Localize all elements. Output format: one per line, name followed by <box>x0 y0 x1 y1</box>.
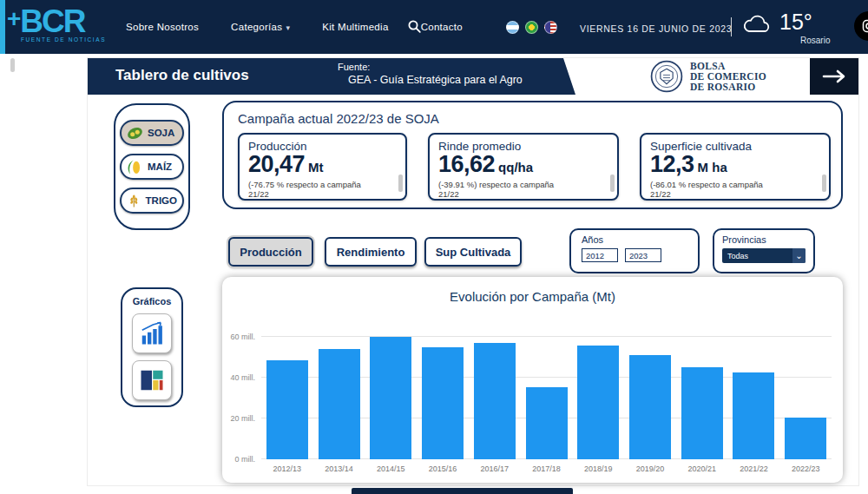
metric-button-rendimiento[interactable]: Rendimiento <box>325 237 417 267</box>
graficos-panel: Gráficos <box>121 287 183 407</box>
brand-text: BOLSA DE COMERCIO DE ROSARIO <box>690 61 766 92</box>
source-value: GEA - Guía Estratégica para el Agro <box>348 74 523 86</box>
kpi-unit: Mt <box>308 160 324 175</box>
language-flags <box>506 21 557 34</box>
x-tick-label: 2013/14 <box>313 464 365 473</box>
instagram-icon[interactable] <box>854 11 868 41</box>
wheat-icon <box>127 193 141 209</box>
x-tick-label: 2016/17 <box>469 464 521 473</box>
dashboard-header: Tablero de cultivos Fuente: GEA - Guía E… <box>88 58 858 95</box>
usa-flag-icon[interactable] <box>544 21 557 34</box>
y-tick-label: 20 mill. <box>230 414 255 423</box>
nav-link-kit-multimedia[interactable]: Kit Multimedia <box>322 22 388 32</box>
crop-button-soja[interactable]: SOJA <box>120 120 184 146</box>
x-tick-label: 2020/21 <box>676 464 728 473</box>
chevron-down-icon: ▾ <box>286 23 290 32</box>
evolution-chart-panel: Evolución por Campaña (Mt) 0 mill.20 mil… <box>222 277 843 483</box>
chart-bar[interactable] <box>370 337 411 459</box>
kpi-card-superficie: Superficie cultivada 12,3M ha (-86.01 % … <box>640 133 831 201</box>
y-tick-label: 0 mill. <box>234 455 255 464</box>
next-page-button[interactable] <box>810 58 858 95</box>
source-label: Fuente: <box>338 62 523 72</box>
crop-button-maiz[interactable]: MAÍZ <box>120 154 184 180</box>
bars <box>261 319 832 459</box>
crops-dashboard: Tablero de cultivos Fuente: GEA - Guía E… <box>87 57 859 486</box>
arrow-right-icon <box>822 69 846 83</box>
year-from-input[interactable] <box>582 248 618 262</box>
source-block: Fuente: GEA - Guía Estratégica para el A… <box>338 62 523 86</box>
search-icon[interactable] <box>407 19 422 37</box>
bar-slot <box>521 319 573 459</box>
chart-bar[interactable] <box>526 387 568 459</box>
crop-label: TRIGO <box>146 195 177 206</box>
bcr-logo[interactable]: +BCR FUENTE DE NOTICIAS <box>7 2 106 43</box>
brazil-flag-icon[interactable] <box>525 21 538 34</box>
chart-bar[interactable] <box>785 418 826 459</box>
provinces-label: Provincias <box>722 234 806 245</box>
logo-text: BCR <box>20 3 84 39</box>
crop-label: SOJA <box>148 128 174 138</box>
bar-slot <box>572 319 624 459</box>
card-scrollbar[interactable] <box>610 175 615 192</box>
provinces-dropdown[interactable]: Todas ⌄ <box>722 248 806 263</box>
chart-bar[interactable] <box>577 346 619 459</box>
bar-slot <box>313 319 365 459</box>
bar-slot <box>676 319 728 459</box>
corn-icon <box>127 159 143 175</box>
nav-link-categorias[interactable]: Categorías▾ <box>231 22 290 32</box>
x-tick-label: 2018/19 <box>572 464 624 473</box>
kpi-delta: (-76.75 % respecto a campaña21/22 <box>248 180 390 199</box>
nav-link-contacto[interactable]: Contacto <box>421 22 463 32</box>
x-tick-label: 2021/22 <box>728 464 780 473</box>
page-scrollbar[interactable] <box>10 58 15 72</box>
logo-plus-mark: + <box>7 5 19 32</box>
year-to-input[interactable] <box>625 248 661 262</box>
plot-area <box>261 319 832 459</box>
kpi-card-produccion: Producción 20,47Mt (-76.75 % respecto a … <box>238 133 407 201</box>
y-tick-label: 60 mill. <box>230 333 255 341</box>
chart-bar[interactable] <box>629 355 671 459</box>
chart-title: Evolución por Campaña (Mt) <box>222 289 843 304</box>
chart-bar[interactable] <box>681 367 723 459</box>
kpi-card-rinde: Rinde promedio 16,62qq/ha (-39.91 %) res… <box>428 133 619 201</box>
report-bottom-bar <box>352 488 573 494</box>
bar-slot <box>417 319 469 459</box>
crop-button-trigo[interactable]: TRIGO <box>120 188 184 214</box>
logo-edge-strip <box>0 0 5 54</box>
chart-bar[interactable] <box>422 347 464 459</box>
kpi-value: 16,62 <box>438 151 495 177</box>
provinces-filter: Provincias Todas ⌄ <box>713 228 815 273</box>
crop-selector: SOJA MAÍZ TRIGO <box>114 103 190 230</box>
x-tick-label: 2014/15 <box>365 464 417 473</box>
chart-bar[interactable] <box>319 349 360 459</box>
metric-button-sup-cultivada[interactable]: Sup Cultivada <box>424 237 522 267</box>
bcr-brand: BOLSA DE COMERCIO DE ROSARIO <box>650 60 766 93</box>
x-tick-label: 2015/16 <box>417 464 469 473</box>
bcr-crest-icon <box>650 60 683 93</box>
y-axis: 0 mill.20 mill.40 mill.60 mill. <box>222 319 257 459</box>
bar-slot <box>365 319 417 459</box>
card-scrollbar[interactable] <box>822 175 826 192</box>
kpi-panel: Campaña actual 2022/23 de SOJA Producció… <box>222 101 843 209</box>
dashboard-title: Tablero de cultivos <box>115 67 249 84</box>
cloud-icon <box>741 13 773 39</box>
card-scrollbar[interactable] <box>398 175 403 192</box>
nav-link-sobre-nosotros[interactable]: Sobre Nosotros <box>126 22 199 32</box>
crop-label: MAÍZ <box>148 161 172 172</box>
bar-slot <box>261 319 313 459</box>
chart-bar[interactable] <box>474 343 516 459</box>
metric-button-produccion[interactable]: Producción <box>228 237 313 267</box>
chart-bar[interactable] <box>733 372 774 459</box>
bar-slot <box>469 319 521 459</box>
top-navbar: +BCR FUENTE DE NOTICIAS Sobre Nosotros C… <box>0 0 868 54</box>
chart-bar[interactable] <box>266 360 308 459</box>
weather-city: Rosario <box>800 36 830 45</box>
chevron-down-icon[interactable]: ⌄ <box>792 248 806 263</box>
treemap-view-button[interactable] <box>132 360 172 400</box>
soy-icon <box>127 125 143 142</box>
argentina-flag-icon[interactable] <box>506 21 519 34</box>
bar-chart-view-button[interactable] <box>132 313 172 353</box>
kpi-panel-title: Campaña actual 2022/23 de SOJA <box>238 111 831 126</box>
bar-slot <box>728 319 780 459</box>
x-tick-label: 2012/13 <box>261 464 313 473</box>
